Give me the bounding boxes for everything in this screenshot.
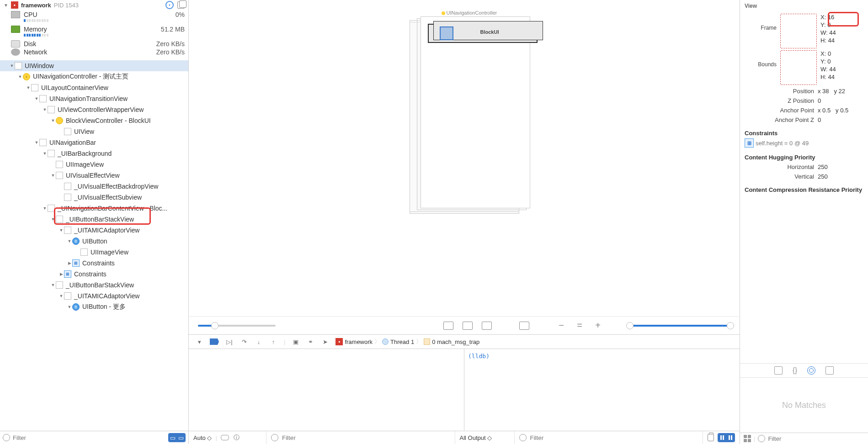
view-inspector-tab-icon[interactable] <box>825 366 834 375</box>
node-label: _UIButtonBarStackView <box>66 281 134 289</box>
constraint-item[interactable]: ⊞ self.height = 0 @ 49 <box>745 138 863 148</box>
crumb-app: framework <box>345 338 373 345</box>
layer-spacing-slider[interactable] <box>198 325 276 327</box>
bounds-preview-icon <box>780 50 817 85</box>
node-barbackground[interactable]: ▼_UIBarBackground <box>0 148 188 159</box>
node-uiwindow[interactable]: ▼UIWindow <box>0 60 188 71</box>
node-tamicadaptor-2[interactable]: ▼_UITAMICAdaptorView <box>0 291 188 301</box>
rendered-navbar-title: BlockUI <box>480 29 499 35</box>
node-tamicadaptor-1[interactable]: ▼_UITAMICAdaptorView <box>0 225 188 236</box>
node-buttonbarstack-1[interactable]: ▼_UIButtonBarStackView <box>0 214 188 225</box>
grid-view-icon[interactable] <box>744 435 751 442</box>
node-visualeffect[interactable]: ▼UIVisualEffectView <box>0 170 188 181</box>
node-uiview[interactable]: UIView <box>0 126 188 137</box>
node-label: _UIVisualEffectSubview <box>74 194 142 201</box>
hierarchy-filter-bar: ▭▭ <box>0 431 188 444</box>
disclosure-triangle-icon[interactable]: ▼ <box>4 3 8 8</box>
hierarchy-display-toggle[interactable]: ▭▭ <box>168 433 186 442</box>
zoom-in-button[interactable]: + <box>593 320 602 331</box>
node-constraints-2[interactable]: ▶⊞Constraints <box>0 269 188 280</box>
view-hierarchy[interactable]: ▼UIWindow ▼‹UINavigationController - 测试主… <box>0 58 188 431</box>
inspector-scroll[interactable]: Frame X: 16 Y: 0 W: 44 H: 44 Bounds X: 0… <box>740 12 868 363</box>
node-visualeffectbackdrop[interactable]: _UIVisualEffectBackdropView <box>0 181 188 192</box>
node-buttonbarstack-2[interactable]: ▼_UIButtonBarStackView <box>0 280 188 291</box>
view-debugger-canvas[interactable]: UINavigationController BlockUI <box>189 0 740 316</box>
open-in-new-icon[interactable] <box>177 1 185 9</box>
node-uibutton-more[interactable]: ▼BUIButton - 更多 <box>0 301 188 312</box>
memory-meter <box>24 34 185 37</box>
node-label: Constraints <box>82 259 115 267</box>
node-uilayoutcontainer[interactable]: ▼UILayoutContainerView <box>0 82 188 93</box>
app-icon: ■ <box>11 1 18 9</box>
variables-scope-select[interactable]: Auto ◇ <box>193 434 212 441</box>
hierarchy-filter-input[interactable] <box>13 434 165 441</box>
quick-help-tab-icon[interactable]: {} <box>793 366 798 375</box>
quicklook-icon[interactable] <box>221 435 229 440</box>
node-constraints-1[interactable]: ▶⊞Constraints <box>0 258 188 269</box>
node-label: UIButton <box>82 238 107 245</box>
console-filter-input[interactable] <box>530 434 698 441</box>
stackframe-icon <box>424 338 430 345</box>
variables-view[interactable] <box>189 349 464 431</box>
node-uibutton-1[interactable]: ▼BUIButton <box>0 236 188 247</box>
selected-view-highlight[interactable] <box>440 26 453 40</box>
node-uiimageview[interactable]: UIImageView <box>0 159 188 170</box>
show-clipped-icon[interactable] <box>443 322 453 330</box>
node-uivcwrapper[interactable]: ▼UIViewControllerWrapperView <box>0 104 188 115</box>
location-icon[interactable]: ➤ <box>321 338 329 345</box>
filter-icon[interactable] <box>271 434 278 441</box>
center-panel: UINavigationController BlockUI − = + ▾ ▷… <box>189 0 740 444</box>
energy-gauge-icon[interactable] <box>165 1 174 9</box>
debug-breadcrumb[interactable]: ■ framework 〉 Thread 1 〉 0 mach_msg_trap <box>335 338 479 346</box>
console-output[interactable]: (lldb) <box>464 349 740 431</box>
node-uinavcontroller[interactable]: ▼‹UINavigationController - 测试主页 <box>0 71 188 82</box>
process-name: framework <box>21 2 51 9</box>
filter-icon[interactable] <box>3 434 10 441</box>
memory-graph-icon[interactable]: ⚭ <box>306 338 314 345</box>
process-row[interactable]: ▼ ■ framework PID 1543 <box>0 0 188 10</box>
constraint-text: self.height = 0 @ 49 <box>756 140 809 147</box>
output-mode-select[interactable]: All Output ◇ <box>460 434 492 441</box>
console-pane-toggle[interactable] <box>718 433 735 442</box>
node-uinavigationtransition[interactable]: ▼UINavigationTransitionView <box>0 93 188 104</box>
memory-metric[interactable]: Memory 51.2 MB <box>0 25 188 33</box>
breakpoints-toggle-icon[interactable] <box>210 338 219 345</box>
show-constraints-icon[interactable] <box>463 322 473 330</box>
orient-2d-icon[interactable] <box>519 322 529 330</box>
bounds-x: X: 0 <box>820 50 836 57</box>
disk-icon <box>11 40 20 48</box>
variables-filter-input[interactable] <box>282 434 450 441</box>
frame-row: Frame X: 16 Y: 0 W: 44 H: 44 <box>745 14 863 48</box>
step-over-icon[interactable]: ↷ <box>240 338 248 345</box>
print-description-icon[interactable]: ⓘ <box>233 434 241 441</box>
zoom-actual-button[interactable]: = <box>575 320 584 331</box>
visible-range-slider[interactable] <box>630 325 730 327</box>
clear-console-icon[interactable] <box>708 434 714 441</box>
file-inspector-tab-icon[interactable] <box>774 366 783 375</box>
view-debug-icon[interactable]: ▣ <box>292 338 300 345</box>
step-out-icon[interactable]: ↑ <box>269 338 277 345</box>
node-uinavbar[interactable]: ▼UINavigationBar <box>0 137 188 148</box>
library-filter-input[interactable] <box>768 435 864 442</box>
node-uiimageview-2[interactable]: UIImageView <box>0 247 188 258</box>
continue-icon[interactable]: ▷| <box>225 338 234 345</box>
node-label: _UINavigationBarContentView - Bloc... <box>58 205 167 212</box>
size-inspector-tab-icon[interactable] <box>807 366 815 375</box>
node-visualeffectsubview[interactable]: _UIVisualEffectSubview <box>0 192 188 203</box>
zoom-out-button[interactable]: − <box>557 320 566 331</box>
frame-x: X: 16 <box>820 14 836 21</box>
node-blockvc[interactable]: ▼BlockViewController - BlockUI <box>0 115 188 126</box>
cpu-metric[interactable]: CPU 0% <box>0 10 188 18</box>
anchorz-row: Anchor Point Z 0 <box>745 116 863 123</box>
node-navbarcontent[interactable]: ▼_UINavigationBarContentView - Bloc... <box>0 203 188 214</box>
step-into-icon[interactable]: ↓ <box>255 338 263 345</box>
constraint-icon: ⊞ <box>745 138 754 148</box>
filter-icon[interactable] <box>758 435 765 442</box>
frame-preview-icon <box>780 14 817 48</box>
hide-debug-icon[interactable]: ▾ <box>195 338 203 345</box>
wireframe-mode-icon[interactable] <box>482 322 492 330</box>
filter-icon[interactable] <box>519 434 527 441</box>
network-metric[interactable]: Network Zero KB/s <box>0 48 188 56</box>
disk-metric[interactable]: Disk Zero KB/s <box>0 39 188 48</box>
bounds-h: H: 44 <box>820 74 836 80</box>
